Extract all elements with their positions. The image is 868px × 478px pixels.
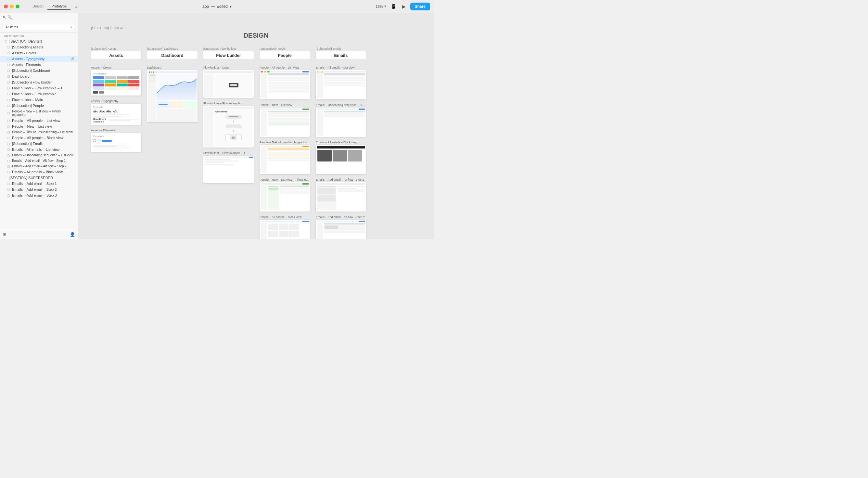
artboard-people-filters[interactable]: People – New – List view – Filters expe.… — [259, 178, 310, 212]
sidebar-item-colors[interactable]: ▢ Assets - Colors — [0, 50, 78, 56]
sidebar-item-people-block[interactable]: ▢ People – All people – Block view — [0, 135, 78, 141]
sidebar-item-flow-example[interactable]: ▢ Flow builder - Flow example — [0, 91, 78, 97]
grid-icon[interactable]: ⊞ — [3, 232, 6, 237]
link-icon: 🔗 — [71, 57, 74, 60]
sidebar-item-emails-step2[interactable]: ▢ Emails – Add email – Step 2 — [0, 186, 78, 192]
artboard-label: People – All people – Block view — [259, 215, 310, 219]
artboard-thumb-people-list[interactable] — [259, 70, 310, 99]
zoom-control[interactable]: 15% ▾ — [376, 4, 386, 8]
maximize-button[interactable] — [16, 4, 20, 8]
artboard-thumb-elements[interactable]: Elements — [91, 133, 141, 152]
sidebar-item-emails-all-list[interactable]: ▢ Emails – All emails – List view — [0, 147, 78, 152]
titlebar: Design Prototype ⌂ app — Edited ▾ 15% ▾ … — [0, 0, 434, 13]
artboard-thumb-people-block[interactable] — [259, 220, 310, 239]
sidebar-item-subsection-emails[interactable]: ▢ [Subsection] Emails — [0, 141, 78, 147]
artboard-icon: ▢ — [7, 104, 10, 107]
artboard-assets-elements[interactable]: Assets – Elements Elements — [91, 129, 141, 152]
sidebar-item-flow-main[interactable]: ▢ Flow builder – Main — [0, 97, 78, 103]
home-icon[interactable]: ⌂ — [74, 4, 77, 9]
artboard-people-block[interactable]: People – All people – Block view — [259, 215, 310, 239]
artboard-thumb-people-risk[interactable] — [259, 145, 310, 174]
artboard-flow-example[interactable]: Flow builder – Flow example Usernames — [204, 102, 254, 148]
sidebar-item-emails-onboarding[interactable]: ▢ Emails – Onboarding sequence – List vi… — [0, 152, 78, 158]
artboard-dashboard[interactable]: Dashboard — [147, 66, 197, 122]
sidebar-item-typography[interactable]: ▢ Assets - Typography 🔗 — [0, 56, 78, 62]
play-icon[interactable]: ▶ — [401, 3, 407, 10]
user-icon[interactable]: 👤 — [70, 232, 75, 237]
zoom-dropdown-icon[interactable]: ▾ — [384, 4, 386, 8]
artboard-icon: ▢ — [7, 154, 10, 157]
tab-prototype[interactable]: Prototype — [48, 3, 70, 10]
artboard-thumb-people-filters[interactable] — [259, 182, 310, 212]
sidebar-item-emails-step1[interactable]: ▢ Emails – Add email – Step 1 — [0, 181, 78, 186]
sidebar-item-subsection-assets[interactable]: ▢ [Subsection] Assets — [0, 44, 78, 50]
minimize-button[interactable] — [10, 4, 13, 8]
artboard-icon: ▢ — [7, 194, 10, 197]
main-canvas[interactable]: [SECTION] DESIGN DESIGN [Subsection] Ass… — [78, 13, 434, 239]
sidebar-item-label: Assets - Elements — [12, 63, 41, 67]
artboard-emails-add-step2[interactable]: Emails – Add email – Alt flow – Step 2 — [316, 215, 366, 239]
artboard-thumb-typography[interactable]: Typesets Abc Abc Abc Abc H — [91, 104, 141, 125]
sidebar-item-people-new-list[interactable]: ▢ People – New – List view — [0, 123, 78, 129]
artboard-thumb-emails-list[interactable] — [316, 70, 366, 99]
sidebar-item-section-superseded[interactable]: ▢ [SECTION] SUPERSEDED — [0, 175, 78, 181]
artboard-thumb-dashboard[interactable] — [147, 70, 197, 122]
artboard-icon: ▢ — [7, 98, 10, 101]
artboard-emails-block[interactable]: Emails – All emails – Block view — [316, 141, 366, 174]
sidebar-item-people-risk[interactable]: ▢ People – Risk of unsubscribing – List … — [0, 129, 78, 135]
artboard-emails-add-step1[interactable]: Emails – Add email – Alt flow –Step 1 — [316, 178, 366, 212]
artboard-flow-main[interactable]: Flow builder – Main — [204, 66, 254, 98]
sidebar-item-dashboard[interactable]: ▢ Dashboard — [0, 73, 78, 79]
sidebar-item-label: Assets - Colors — [12, 51, 36, 55]
sidebar-item-label: People – All people – Block view — [12, 136, 63, 140]
sidebar-item-subsection-dashboard[interactable]: ▢ [Subsection] Dashboard — [0, 68, 78, 73]
sidebar-item-emails-add-alt1[interactable]: ▢ Emails – Add email – Alt flow –Step 1 — [0, 158, 78, 163]
sidebar-item-people-all-list[interactable]: ▢ People – All people – List view — [0, 118, 78, 123]
artboard-icon: ▢ — [7, 46, 10, 49]
sidebar-item-emails-add-alt2[interactable]: ▢ Emails – Add email – Alt flow – Step 2 — [0, 163, 78, 169]
artboard-thumb-flow-example[interactable]: Usernames — [204, 106, 254, 148]
artboard-thumb-emails-add2[interactable] — [316, 220, 366, 239]
sidebar-item-label: Emails – All emails – List view — [12, 148, 59, 151]
tab-design[interactable]: Design — [29, 3, 48, 10]
artboard-assets-typography[interactable]: Assets – Typography Typesets Abc Abc Abc… — [91, 99, 141, 125]
sidebar-item-flow-example1[interactable]: ▢ Flow builder - Flow example – 1 — [0, 85, 78, 91]
sidebar-item-elements[interactable]: ▢ Assets - Elements — [0, 62, 78, 68]
selector-icon[interactable]: ↖ — [3, 15, 6, 20]
search-dropdown-icon[interactable]: ▾ — [70, 25, 72, 29]
sidebar-item-label: Assets - Typography — [12, 57, 44, 61]
share-button[interactable]: Share — [410, 3, 430, 10]
sidebar-item-subsection-flow[interactable]: ▢ [Subsection] Flow builder — [0, 79, 78, 85]
search-icon[interactable]: 🔍 — [7, 15, 12, 20]
sidebar-item-section-design[interactable]: ▢ [SECTION] DESIGN — [0, 38, 78, 44]
artboard-thumb-emails-block[interactable] — [316, 145, 366, 174]
close-button[interactable] — [4, 4, 8, 8]
artboard-emails-all-list[interactable]: Emails – All emails – List view — [316, 66, 366, 99]
artboard-icon: ▢ — [7, 69, 10, 72]
artboard-icon: ▢ — [7, 112, 10, 115]
sidebar-item-emails-step3[interactable]: ▢ Emails – Add email – Step 3 — [0, 192, 78, 198]
artboard-assets-colors[interactable]: Assets – Colors Typography — [91, 66, 141, 95]
artboard-thumb-flow-example1[interactable] — [204, 156, 254, 183]
device-icon[interactable]: 📱 — [390, 3, 398, 10]
zoom-level: 15% — [376, 4, 383, 8]
sidebar-item-label: Dashboard — [12, 74, 30, 78]
artboard-flow-example1[interactable]: Flow builder – Flow example – 1 — [204, 151, 254, 183]
artboard-people-all-list[interactable]: People – All people – List view — [259, 66, 310, 99]
artboard-people-new-list[interactable]: People – New – List view — [259, 103, 310, 137]
artboard-icon: ▢ — [7, 63, 10, 66]
sidebar-item-subsection-people[interactable]: ▢ [Subsection] People — [0, 103, 78, 109]
artboard-thumb-emails-add1[interactable] — [316, 182, 366, 212]
artboard-emails-onboarding[interactable]: Emails – Onboarding sequence – List vi..… — [316, 103, 366, 137]
artboard-thumb-flow-main[interactable] — [204, 70, 254, 98]
assets-title: Assets — [91, 51, 141, 59]
artboard-thumb-colors[interactable]: Typography — [91, 70, 141, 95]
dropdown-icon[interactable]: ▾ — [230, 4, 231, 9]
sidebar-item-emails-block[interactable]: ▢ Emails – All emails – Block view — [0, 169, 78, 175]
emails-column: Emails – All emails – List view — [316, 66, 366, 239]
people-sub-header: [Subsection] People — [259, 47, 310, 50]
sidebar-item-people-filters[interactable]: ▢ People – New – List view – Filters exp… — [0, 109, 78, 118]
artboard-thumb-emails-onboarding[interactable] — [316, 108, 366, 137]
artboard-people-risk[interactable]: People – Risk of unsubscribing – List vi… — [259, 141, 310, 174]
artboard-thumb-people-new[interactable] — [259, 108, 310, 137]
